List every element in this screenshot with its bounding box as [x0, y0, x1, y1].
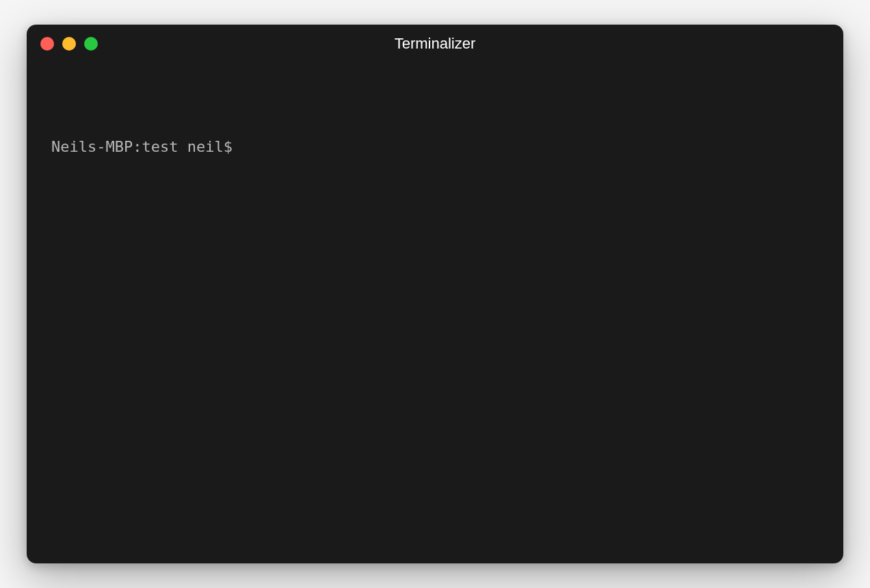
window-title: Terminalizer: [395, 35, 476, 53]
maximize-icon[interactable]: [84, 37, 98, 51]
terminal-body[interactable]: Neils-MBP:test neil$: [27, 63, 843, 563]
traffic-lights: [40, 37, 98, 51]
titlebar: Terminalizer: [27, 25, 843, 63]
close-icon[interactable]: [40, 37, 54, 51]
minimize-icon[interactable]: [62, 37, 76, 51]
prompt-line: Neils-MBP:test neil$: [51, 135, 819, 158]
terminal-window: Terminalizer Neils-MBP:test neil$: [27, 25, 843, 563]
shell-prompt: Neils-MBP:test neil$: [51, 135, 233, 158]
